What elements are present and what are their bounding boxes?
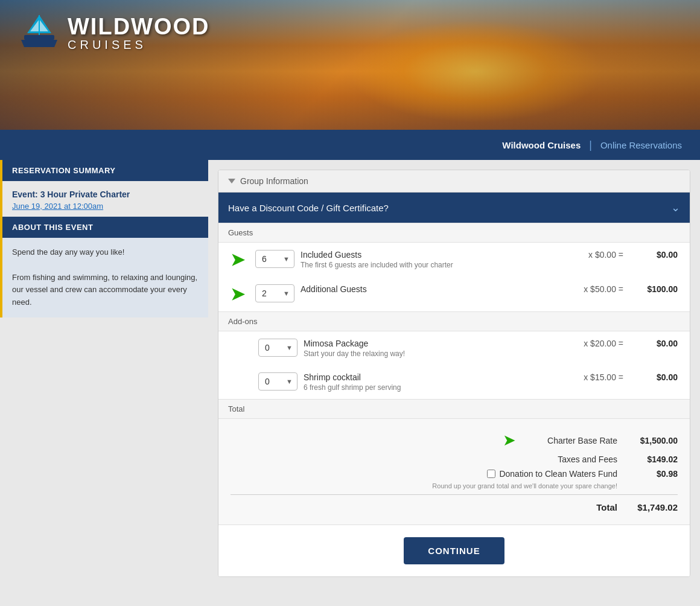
grand-total-value: $1,749.02 bbox=[629, 502, 678, 512]
totals-area: ➤ Charter Base Rate $1,500.00 Taxes and … bbox=[218, 419, 690, 525]
main-layout: RESERVATION SUMMARY Event: 3 Hour Privat… bbox=[0, 160, 700, 606]
logo-icon bbox=[18, 12, 60, 54]
additional-guests-qty-wrap[interactable]: 2 01345 ▼ bbox=[255, 284, 294, 302]
donation-row: Donation to Clean Waters Fund $0.98 bbox=[231, 467, 678, 481]
shrimp-total: $0.00 bbox=[629, 372, 678, 382]
about-text: Spend the day any way you like! From fis… bbox=[0, 238, 208, 317]
hero-banner: WILDWOOD CRUISES bbox=[0, 0, 700, 130]
total-divider bbox=[231, 494, 678, 495]
event-info: Event: 3 Hour Private Charter June 19, 2… bbox=[0, 181, 208, 217]
logo-area: WILDWOOD CRUISES bbox=[18, 12, 210, 54]
arrow-indicator-1: ➤ bbox=[231, 250, 244, 270]
addon-row-1: 012345 ▼ Mimosa Package Start your day t… bbox=[218, 331, 690, 365]
included-guests-unit: x $0.00 = bbox=[563, 250, 623, 260]
addon-row-2: 012345 ▼ Shrimp cocktail 6 fresh gulf sh… bbox=[218, 365, 690, 399]
taxes-value: $149.02 bbox=[629, 454, 678, 464]
continue-button[interactable]: CONTINUE bbox=[404, 537, 504, 564]
addons-section-header: Add-ons bbox=[218, 311, 690, 331]
shrimp-details: Shrimp cocktail 6 fresh gulf shrimp per … bbox=[304, 372, 557, 392]
continue-wrap: CONTINUE bbox=[218, 525, 690, 576]
included-guests-qty-wrap[interactable]: 6 0123 4578 ▼ bbox=[255, 250, 294, 268]
about-line1: Spend the day any way you like! bbox=[12, 246, 199, 259]
content-card: Group Information Have a Discount Code /… bbox=[218, 170, 690, 577]
included-guests-details: Included Guests The first 6 guests are i… bbox=[301, 250, 557, 269]
group-info-label: Group Information bbox=[240, 176, 308, 186]
chevron-down-icon: ⌄ bbox=[671, 201, 680, 214]
reservation-summary-header: RESERVATION SUMMARY bbox=[0, 160, 208, 181]
additional-guests-name: Additional Guests bbox=[301, 284, 557, 294]
mimosa-unit: x $20.00 = bbox=[563, 339, 623, 348]
additional-guests-select[interactable]: 2 01345 bbox=[255, 284, 294, 302]
nav-divider: | bbox=[589, 139, 592, 152]
discount-label: Have a Discount Code / Gift Certificate? bbox=[228, 203, 389, 213]
guest-row-2: ➤ 2 01345 ▼ Additional Guests x $50.00 =… bbox=[218, 277, 690, 311]
about-line2: From fishing and swimming, to relaxing a… bbox=[12, 272, 199, 309]
guests-section-header: Guests bbox=[218, 223, 690, 243]
triangle-icon bbox=[228, 179, 235, 183]
donation-subtext: Round up your grand total and we'll dona… bbox=[432, 482, 617, 490]
charter-arrow-icon: ➤ bbox=[503, 431, 516, 450]
included-guests-sub: The first 6 guests are included with you… bbox=[301, 261, 557, 269]
nav-bar: Wildwood Cruises | Online Reservations bbox=[0, 130, 700, 160]
additional-guests-unit: x $50.00 = bbox=[563, 284, 623, 294]
grand-total-label: Total bbox=[521, 502, 617, 512]
included-guests-select[interactable]: 6 0123 4578 bbox=[255, 250, 294, 268]
arrow-indicator-2: ➤ bbox=[231, 284, 244, 304]
taxes-row: Taxes and Fees $149.02 bbox=[231, 452, 678, 467]
nav-reservations-link[interactable]: Online Reservations bbox=[600, 140, 682, 150]
shrimp-qty-wrap[interactable]: 012345 ▼ bbox=[258, 372, 298, 391]
shrimp-select[interactable]: 012345 bbox=[258, 372, 298, 391]
donation-checkbox[interactable] bbox=[487, 470, 495, 478]
logo-name: WILDWOOD bbox=[68, 15, 210, 38]
shrimp-sub: 6 fresh gulf shrimp per serving bbox=[304, 383, 557, 392]
nav-company: Wildwood Cruises bbox=[502, 140, 581, 150]
event-date: June 19, 2021 at 12:00am bbox=[12, 202, 199, 211]
mimosa-select[interactable]: 012345 bbox=[258, 339, 298, 357]
event-title: Event: 3 Hour Private Charter bbox=[12, 190, 199, 199]
svg-marker-3 bbox=[21, 40, 57, 47]
donation-label: Donation to Clean Waters Fund bbox=[499, 469, 617, 479]
additional-guests-details: Additional Guests bbox=[301, 284, 557, 294]
mimosa-sub: Start your day the relaxing way! bbox=[304, 349, 557, 358]
guest-row-1: ➤ 6 0123 4578 ▼ Included Guests The firs… bbox=[218, 243, 690, 277]
taxes-label: Taxes and Fees bbox=[521, 454, 617, 464]
mimosa-total: $0.00 bbox=[629, 339, 678, 348]
donation-value: $0.98 bbox=[629, 469, 678, 479]
svg-rect-2 bbox=[24, 35, 54, 40]
logo-subname: CRUISES bbox=[68, 38, 210, 52]
mimosa-name: Mimosa Package bbox=[304, 339, 557, 348]
content-area: Group Information Have a Discount Code /… bbox=[208, 160, 700, 606]
included-guests-total: $0.00 bbox=[629, 250, 678, 260]
additional-guests-total: $100.00 bbox=[629, 284, 678, 294]
mimosa-details: Mimosa Package Start your day the relaxi… bbox=[304, 339, 557, 358]
charter-rate-label: Charter Base Rate bbox=[521, 436, 617, 445]
sidebar: RESERVATION SUMMARY Event: 3 Hour Privat… bbox=[0, 160, 208, 606]
charter-rate-row: ➤ Charter Base Rate $1,500.00 bbox=[231, 429, 678, 452]
group-info-header: Group Information bbox=[218, 170, 690, 193]
about-header: ABOUT THIS EVENT bbox=[0, 217, 208, 238]
shrimp-name: Shrimp cocktail bbox=[304, 372, 557, 382]
included-guests-name: Included Guests bbox=[301, 250, 557, 260]
total-section-header: Total bbox=[218, 399, 690, 419]
shrimp-unit: x $15.00 = bbox=[563, 372, 623, 382]
charter-rate-value: $1,500.00 bbox=[629, 436, 678, 445]
grand-total-row: Total $1,749.02 bbox=[231, 500, 678, 515]
discount-banner[interactable]: Have a Discount Code / Gift Certificate?… bbox=[218, 193, 690, 223]
mimosa-qty-wrap[interactable]: 012345 ▼ bbox=[258, 339, 298, 357]
